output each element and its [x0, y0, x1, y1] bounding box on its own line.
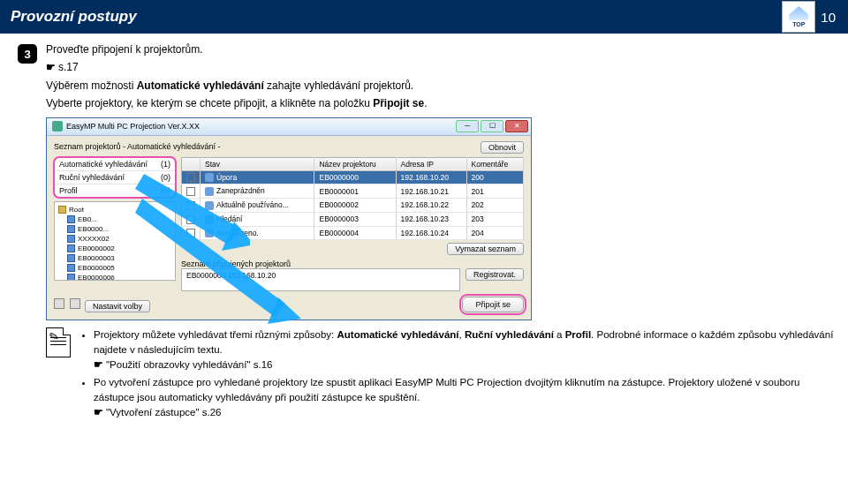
tree-item[interactable]: XXXXX02: [58, 234, 171, 244]
col-name[interactable]: Název projektoru: [314, 157, 396, 170]
window-body: Seznam projektorů - Automatické vyhledáv…: [47, 136, 531, 320]
checkbox[interactable]: [186, 201, 195, 210]
pointer-icon: ☛: [94, 407, 103, 417]
pointer-icon: ☛: [46, 61, 56, 73]
status-icon: [205, 215, 214, 224]
step-body: Proveďte připojení k projektorům. ☛s.17 …: [46, 42, 834, 423]
projector-table: Stav Název projektoru Adresa IP Komentář…: [181, 157, 524, 241]
projector-icon: [67, 244, 75, 252]
profile-tree[interactable]: Root EB0... EB0000... XXXXX02 EB0000002 …: [54, 201, 176, 281]
note-bullet-2: Po vytvoření zástupce pro vyhledané proj…: [94, 375, 834, 419]
house-icon: [789, 6, 808, 20]
step-number-badge: 3: [18, 44, 37, 64]
note-icon: ✎: [46, 327, 71, 357]
step-ref-1: ☛s.17: [46, 60, 834, 75]
pointer-icon: ☛: [94, 359, 103, 370]
table-row[interactable]: Aktuálně používáno...EB0000002192.168.10…: [182, 199, 524, 213]
note-bullet-1: Projektory můžete vyhledávat třemi různý…: [94, 327, 834, 372]
col-status[interactable]: Stav: [201, 157, 314, 170]
tree-item[interactable]: EB0...: [58, 214, 171, 224]
window-title: EasyMP Multi PC Projection Ver.X.XX: [66, 122, 200, 131]
folder-icon: [58, 206, 66, 214]
col-ip[interactable]: Adresa IP: [396, 157, 466, 170]
logo-text: TOP: [792, 21, 805, 27]
checkbox[interactable]: [186, 173, 195, 182]
page-title: Provozní postupy: [11, 8, 137, 26]
status-icon: [205, 201, 214, 210]
note-body: Projektory můžete vyhledávat třemi různý…: [80, 327, 834, 423]
tree-item[interactable]: EB0000006: [58, 273, 171, 281]
note-ref-1[interactable]: "Použití obrazovky vyhledávání" s.16: [106, 359, 272, 370]
status-icon: [205, 229, 214, 237]
search-mode-manual[interactable]: Ruční vyhledávání(0): [55, 171, 175, 184]
projector-icon: [67, 225, 75, 233]
tree-item[interactable]: EB0000002: [58, 244, 171, 253]
status-icon: [205, 187, 214, 196]
projector-icon: [67, 235, 75, 243]
table-row[interactable]: HledáníEB0000003192.168.10.23203: [182, 212, 524, 226]
window-titlebar: EasyMP Multi PC Projection Ver.X.XX ─ ☐ …: [47, 118, 531, 136]
clear-list-button[interactable]: Vymazat seznam: [447, 243, 524, 255]
search-mode-profile[interactable]: Profil(0): [55, 184, 175, 197]
table-row[interactable]: Nenalezeno.EB0000004192.168.10.24204: [182, 226, 524, 240]
projector-list-caption: Seznam projektorů - Automatické vyhledáv…: [54, 142, 221, 151]
left-column: Automatické vyhledávání(1) Ruční vyhledá…: [54, 157, 176, 292]
projector-icon: [67, 274, 75, 281]
projector-icon: [67, 254, 75, 262]
maximize-button[interactable]: ☐: [481, 120, 504, 132]
page-number: 10: [821, 10, 836, 25]
checkbox[interactable]: [186, 229, 195, 237]
col-comment[interactable]: Komentáře: [466, 157, 523, 170]
tree-root[interactable]: Root: [58, 205, 171, 214]
minimize-button[interactable]: ─: [456, 120, 479, 132]
projector-icon: [67, 264, 75, 272]
ref-text-1[interactable]: s.17: [58, 61, 79, 73]
options-button[interactable]: Nastavit volby: [85, 300, 150, 312]
search-mode-panel: Automatické vyhledávání(1) Ruční vyhledá…: [54, 157, 176, 198]
tool-icon[interactable]: [54, 298, 64, 309]
note-box: ✎ Projektory můžete vyhledávat třemi růz…: [46, 327, 834, 423]
projector-icon: [67, 215, 75, 223]
tree-item[interactable]: EB0000003: [58, 253, 171, 263]
step-line-3: Vyberte projektory, ke kterým se chcete …: [46, 96, 834, 111]
checkbox[interactable]: [186, 215, 195, 224]
joined-caption: Seznam připojených projektorů: [181, 260, 524, 268]
tree-item[interactable]: EB0000005: [58, 263, 171, 273]
search-mode-auto[interactable]: Automatické vyhledávání(1): [55, 158, 175, 171]
page-header: Provozní postupy TOP 10: [0, 0, 848, 34]
checkbox[interactable]: [186, 187, 195, 196]
header-right: TOP 10: [782, 1, 839, 33]
app-icon: [52, 121, 63, 132]
refresh-button[interactable]: Obnovit: [481, 141, 524, 154]
tree-item[interactable]: EB0000...: [58, 224, 171, 234]
close-button[interactable]: ✕: [505, 120, 528, 132]
table-row[interactable]: ZaneprázdněnEB0000001192.168.10.21201: [182, 184, 524, 199]
register-button[interactable]: Registrovat.: [466, 268, 524, 281]
tool-icon[interactable]: [70, 298, 80, 309]
step-line-2: Výběrem možnosti Automatické vyhledávání…: [46, 79, 834, 94]
right-column: Stav Název projektoru Adresa IP Komentář…: [181, 157, 524, 292]
table-row[interactable]: ÚporaEB0000000192.168.10.20200: [182, 170, 524, 184]
app-window: EasyMP Multi PC Projection Ver.X.XX ─ ☐ …: [46, 117, 532, 321]
content: 3 Proveďte připojení k projektorům. ☛s.1…: [0, 34, 848, 423]
col-check[interactable]: [182, 157, 201, 170]
connect-button[interactable]: Připojit se: [462, 297, 524, 312]
bottom-left-tools: Nastavit volby: [54, 298, 150, 311]
joined-list[interactable]: EB0000000 192.168.10.20: [181, 268, 460, 291]
step-line-1: Proveďte připojení k projektorům.: [46, 42, 834, 57]
logo: TOP: [782, 1, 815, 33]
note-ref-2[interactable]: "Vytvoření zástupce" s.26: [106, 407, 221, 417]
status-icon: [205, 173, 214, 182]
